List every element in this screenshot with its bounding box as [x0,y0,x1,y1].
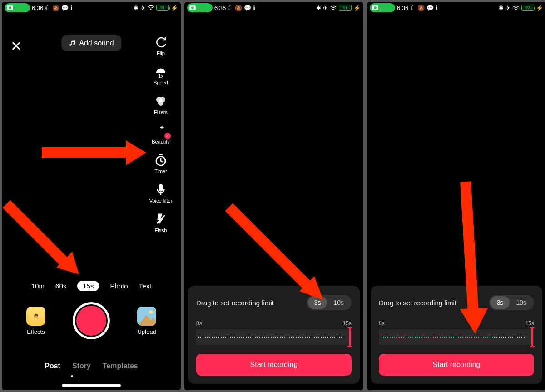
charging-icon: ⚡ [171,5,178,11]
flip-tool[interactable]: Flip [154,35,168,56]
battery-indicator: 91 [339,5,352,11]
duration-text[interactable]: Text [139,282,152,291]
clock: 6:36 [32,5,43,11]
mode-indicator-dot [71,375,73,377]
camera-indicator [5,3,30,12]
info-icon: ℹ [70,5,73,11]
duration-photo[interactable]: Photo [110,282,128,291]
filters-icon [154,94,168,108]
upload-button[interactable]: Upload [137,307,156,335]
battery-indicator: 92 [521,5,534,11]
flash-icon [154,213,168,226]
start-recording-button[interactable]: Start recording [196,354,352,376]
countdown-toggle: 3s 10s [307,295,352,310]
add-sound-label: Add sound [79,39,114,47]
wifi-icon [147,5,154,11]
close-button[interactable] [10,40,22,52]
duration-60s[interactable]: 60s [55,282,66,291]
duration-10m[interactable]: 10m [31,282,45,291]
home-indicator[interactable] [62,384,121,387]
wave-start-label: 0s [379,320,385,327]
camera-indicator [370,3,395,12]
svg-point-0 [150,9,151,10]
countdown-10s[interactable]: 10s [327,296,350,309]
svg-point-4 [158,100,164,106]
countdown-3s[interactable]: 3s [490,296,510,309]
upload-icon [137,307,156,326]
recording-limit-slider[interactable] [196,329,352,345]
effects-icon: 👧 [26,307,45,326]
svg-point-18 [515,10,516,10]
timer-panel: Drag to set recording limit 3s 10s 0s 15… [188,286,360,384]
timer-panel-title: Drag to set recording limit [196,299,274,307]
status-bar: 6:36 ☾ 🔕 💬 ℹ ✱ ✈ 91 ⚡ [2,2,181,14]
chat-icon: 💬 [61,5,69,11]
svg-rect-6 [159,185,163,191]
duration-15s[interactable]: 15s [77,281,99,291]
filters-tool[interactable]: Filters [154,94,168,115]
recording-limit-slider[interactable] [379,329,534,345]
status-bar: 6:36 ☾🔕💬ℹ ✱✈ 91 ⚡ [184,2,363,14]
svg-point-10 [149,310,153,314]
mute-icon: 🔕 [52,5,59,11]
timer-tool[interactable]: Timer [154,154,168,174]
airplane-icon: ✈ [140,5,145,11]
effects-button[interactable]: 👧 Effects [26,307,45,335]
wave-end-label: 15s [343,320,352,327]
svg-marker-12 [126,140,146,165]
limit-handle[interactable] [531,327,533,347]
mic-icon [154,183,168,197]
camera-screen: 6:36 ☾ 🔕 💬 ℹ ✱ ✈ 91 ⚡ Add sound Flip [2,2,181,390]
speed-icon: 1x [154,65,168,79]
svg-line-16 [229,207,308,287]
mode-story[interactable]: Story [72,362,91,370]
music-note-icon [69,40,76,47]
arrow-annotation [42,138,146,168]
record-button[interactable] [73,302,110,339]
limit-handle[interactable] [349,327,351,347]
camera-indicator [187,3,213,12]
timer-screen: 6:36 ☾🔕💬ℹ ✱✈ 91 ⚡ Drag to set recording … [184,2,363,390]
dnd-icon: ☾ [45,5,50,11]
mode-post[interactable]: Post [45,362,60,370]
timer-panel-title: Drag to set recording limit [379,299,456,307]
timer-icon [154,154,168,167]
wave-end-label: 15s [525,320,534,327]
check-badge-icon: ✓ [164,133,171,139]
voice-filter-tool[interactable]: Voice filter [149,183,173,203]
status-bar: 6:36 ☾🔕💬ℹ ✱✈ 92 ⚡ [367,2,545,14]
timer-screen-dragged: 6:36 ☾🔕💬ℹ ✱✈ 92 ⚡ Drag to set recording … [367,2,545,390]
bluetooth-icon: ✱ [134,5,139,11]
battery-indicator: 91 [156,5,169,11]
add-sound-button[interactable]: Add sound [61,35,121,51]
flip-icon [154,35,168,49]
countdown-3s[interactable]: 3s [308,296,327,309]
mode-templates[interactable]: Templates [103,362,138,370]
arrow-annotation [2,193,88,283]
countdown-10s[interactable]: 10s [510,296,533,309]
flash-tool[interactable]: Flash [154,213,168,233]
clock: 6:36 [214,5,226,11]
svg-point-15 [333,10,333,10]
svg-line-13 [6,204,65,263]
svg-text:1x: 1x [158,73,164,79]
start-recording-button[interactable]: Start recording [379,354,534,376]
clock: 6:36 [397,5,408,11]
duration-row: 10m 60s 15s Photo Text [2,282,181,291]
countdown-toggle: 3s 10s [489,295,534,310]
mode-row: Post Story Templates [2,362,181,370]
speed-tool[interactable]: 1x Speed [154,65,168,85]
wave-start-label: 0s [196,320,202,327]
timer-panel: Drag to set recording limit 3s 10s 0s 15… [371,286,542,384]
beautify-tool[interactable]: ✓ Beautify [152,124,170,144]
svg-marker-14 [56,252,79,274]
tool-column: Flip 1x Speed Filters ✓ Beautify Timer V… [147,35,174,233]
